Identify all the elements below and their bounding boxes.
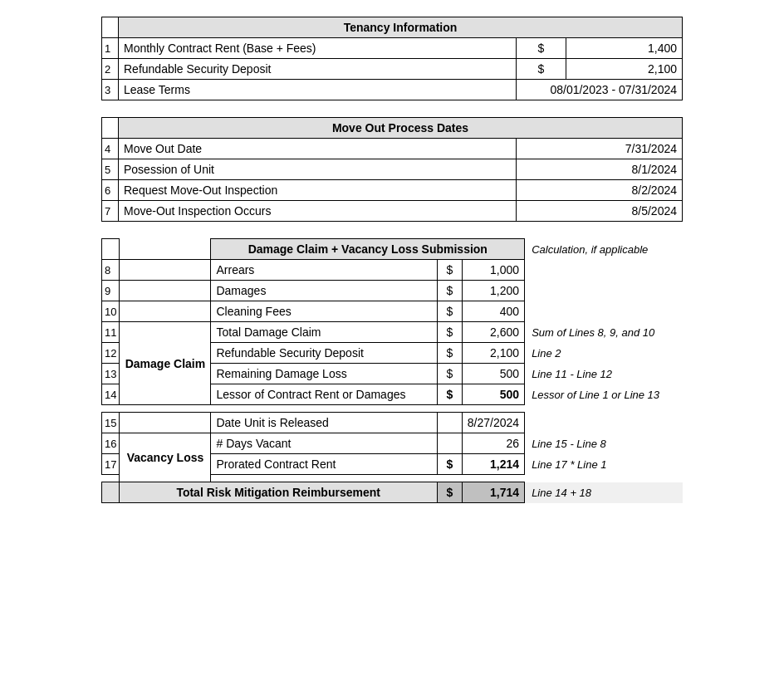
amount: 500 [462,384,524,405]
row-label: Posession of Unit [119,159,517,180]
row-num: 10 [102,301,120,322]
amount: 26 [462,433,524,454]
damage-table: Damage Claim + Vacancy Loss Submission C… [101,238,683,503]
row-num: 8 [102,260,120,281]
total-dollar: $ [437,482,462,503]
row-num: 3 [102,80,119,100]
row-num: 9 [102,281,120,301]
row-label: # Days Vacant [211,433,437,454]
table-row: 16 Vacancy Loss # Days Vacant 26 Line 15… [102,433,684,454]
row-label: Lease Terms [119,80,517,100]
dollar-sign: $ [437,343,462,364]
dollar-sign: $ [437,384,462,405]
damage-claim-group: Damage Claim [120,322,211,405]
note [525,281,683,301]
row-label: Request Move-Out Inspection [119,180,517,201]
row-label: Refundable Security Deposit [211,343,437,364]
group-label [120,281,211,301]
total-amount: 1,714 [462,482,524,503]
page-wrapper: Tenancy Information 1 Monthly Contract R… [101,17,683,503]
table-row: 5 Posession of Unit 8/1/2024 [102,159,683,180]
dollar-sign: $ [437,281,462,301]
row-label: Move Out Date [119,139,517,159]
note: Sum of Lines 8, 9, and 10 [525,322,683,343]
date-value: 7/31/2024 [517,139,683,159]
dollar-sign: $ [437,454,462,475]
dollar-sign: $ [437,322,462,343]
amount: 1,000 [462,260,524,281]
amount: 400 [462,301,524,322]
table-row: 4 Move Out Date 7/31/2024 [102,139,683,159]
dollar-sign: $ [437,301,462,322]
row-label: Lessor of Contract Rent or Damages [211,384,437,405]
amount: 1,214 [462,454,524,475]
row-num: 2 [102,59,119,80]
row-num: 14 [102,384,120,405]
dollar-sign: $ [517,38,566,59]
table-row: 10 Cleaning Fees $ 400 [102,301,684,322]
tenancy-table: Tenancy Information 1 Monthly Contract R… [101,17,683,100]
row-num: 6 [102,180,119,201]
table-row: 11 Damage Claim Total Damage Claim $ 2,6… [102,322,684,343]
note [525,260,683,281]
row-label: Cleaning Fees [211,301,437,322]
amount: 2,600 [462,322,524,343]
row-label: Damages [211,281,437,301]
row-label: Move-Out Inspection Occurs [119,201,517,222]
table-row: 2 Refundable Security Deposit $ 2,100 [102,59,683,80]
note: Line 2 [525,343,683,364]
vacancy-loss-group: Vacancy Loss [120,433,211,482]
tenancy-header: Tenancy Information [119,17,683,38]
dollar-sign [437,413,462,433]
row-label: Monthly Contract Rent (Base + Fees) [119,38,517,59]
note [525,413,683,433]
table-row: 7 Move-Out Inspection Occurs 8/5/2024 [102,201,683,222]
damage-header-note: Calculation, if applicable [525,239,683,260]
damage-header: Damage Claim + Vacancy Loss Submission [211,239,525,260]
row-label: Prorated Contract Rent [211,454,437,475]
table-row: 3 Lease Terms 08/01/2023 - 07/31/2024 [102,80,683,100]
date-value: 8/1/2024 [517,159,683,180]
total-label: Total Risk Mitigation Reimbursement [120,482,437,503]
row-num: 16 [102,433,120,454]
date-value: 8/2/2024 [517,180,683,201]
row-num: 17 [102,454,120,475]
note [525,301,683,322]
row-num: 7 [102,201,119,222]
group-label [120,260,211,281]
note: Line 11 - Line 12 [525,364,683,384]
row-num: 11 [102,322,120,343]
row-num: 15 [102,413,120,433]
table-row: 15 Date Unit is Released 8/27/2024 [102,413,684,433]
note: Line 15 - Line 8 [525,433,683,454]
note: Lessor of Line 1 or Line 13 [525,384,683,405]
lease-dates: 08/01/2023 - 07/31/2024 [517,80,683,100]
dollar-sign [437,433,462,454]
spacer-row [102,405,684,413]
amount: 2,100 [566,59,683,80]
row-num: 12 [102,343,120,364]
date-value: 8/5/2024 [517,201,683,222]
moveout-header: Move Out Process Dates [119,118,683,139]
row-label: Total Damage Claim [211,322,437,343]
row-num: 1 [102,38,119,59]
moveout-table: Move Out Process Dates 4 Move Out Date 7… [101,117,683,222]
table-row: 9 Damages $ 1,200 [102,281,684,301]
table-row: 1 Monthly Contract Rent (Base + Fees) $ … [102,38,683,59]
dollar-sign: $ [517,59,566,80]
amount: 500 [462,364,524,384]
row-label: Remaining Damage Loss [211,364,437,384]
row-label: Date Unit is Released [211,413,437,433]
dollar-sign: $ [437,260,462,281]
table-row: 6 Request Move-Out Inspection 8/2/2024 [102,180,683,201]
note: Line 17 * Line 1 [525,454,683,475]
total-row-num [102,482,120,503]
row-label: Refundable Security Deposit [119,59,517,80]
row-num: 5 [102,159,119,180]
amount: 1,200 [462,281,524,301]
row-label: Arrears [211,260,437,281]
group-label [120,301,211,322]
dollar-sign: $ [437,364,462,384]
row-num: 13 [102,364,120,384]
total-row: Total Risk Mitigation Reimbursement $ 1,… [102,482,684,503]
